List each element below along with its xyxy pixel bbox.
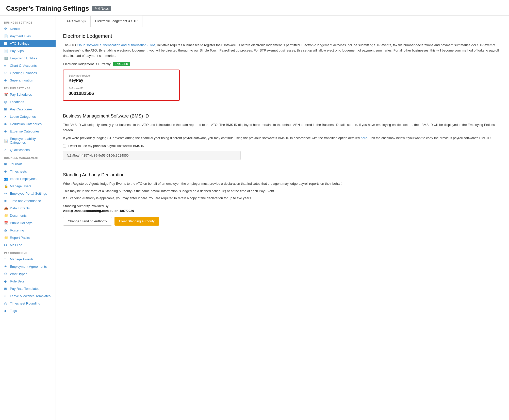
leave-icon: ✕ (4, 294, 8, 298)
journals-icon: ⊞ (4, 162, 8, 166)
sidebar-item-pay-schedules[interactable]: 📅Pay Schedules (0, 91, 56, 98)
sidebar-item-label: Mail Log (10, 243, 22, 247)
change-standing-authority-button[interactable]: Change Standing Authority (63, 217, 112, 226)
time-icon: ⊕ (4, 199, 8, 203)
sidebar-section-business-settings: BUSINESS SETTINGS ⚙Details 📄Payment File… (0, 18, 56, 84)
sidebar-item-mail-log[interactable]: ✉Mail Log (0, 241, 56, 249)
bms-id-display: fa2a5ea4-4157-4c89-9e53-5156c3024850 (63, 151, 241, 160)
list-icon: ≡ (4, 64, 8, 68)
sidebar-item-label: Qualifications (10, 148, 30, 152)
sidebar-item-label: Time and Attendance (10, 199, 41, 203)
sidebar-item-superannuation[interactable]: ⊕Superannuation (0, 77, 56, 84)
sidebar-item-label: Leave Allowance Templates (10, 294, 51, 298)
sidebar-item-manage-users[interactable]: 🔒Manage Users (0, 182, 56, 190)
sidebar-item-public-holidays[interactable]: 📅Public Holidays (0, 219, 56, 227)
clear-standing-authority-button[interactable]: Clear Standing Authority (114, 217, 159, 226)
sidebar-item-label: Details (10, 27, 20, 31)
gear-icon: ⚙ (4, 27, 8, 31)
check-icon: ✓ (4, 148, 8, 152)
sidebar-item-employment-agreements[interactable]: ★Employment Agreements (0, 263, 56, 270)
sidebar-item-chart-of-accounts[interactable]: ≡Chart Of Accounts (0, 62, 56, 69)
here-link[interactable]: here (361, 136, 367, 140)
sidebar-item-rostering[interactable]: ◑Rostering (0, 227, 56, 234)
sidebar-item-leave-categories[interactable]: ✕Leave Categories (0, 113, 56, 120)
sidebar-item-label: Timesheet Rounding (10, 301, 40, 305)
worktypes-icon: ⚙ (4, 272, 8, 276)
sidebar-item-documents[interactable]: 📁Documents (0, 212, 56, 219)
sidebar-item-employer-liability-categories[interactable]: 📊Employer Liability Categories (0, 135, 56, 146)
sidebar-item-label: Employee Portal Settings (10, 192, 47, 195)
sidebar-item-opening-balances[interactable]: ↻Opening Balances (0, 69, 56, 77)
star-icon: ★ (4, 265, 8, 268)
sidebar-item-label: Employment Agreements (10, 265, 47, 268)
caa-link[interactable]: Cloud software authentication and author… (77, 43, 156, 47)
payrate-icon: ⊞ (4, 287, 8, 291)
sidebar-item-ato-settings[interactable]: ☰ATO Settings (0, 40, 56, 47)
tabs-bar: ATO Settings Electronic Lodgement & STP (56, 16, 509, 27)
sidebar-item-tags[interactable]: ◆Tags (0, 307, 56, 314)
separator2 (63, 166, 502, 166)
sa-provided-by-label: Standing Authority Provided By (63, 204, 502, 208)
sidebar-section-business-management: BUSINESS MANAGEMENT ⊞Journals ⊕Timesheet… (0, 154, 56, 249)
sidebar-item-label: Manage Awards (10, 257, 34, 261)
bms-id-title: Business Management Software (BMS) ID (63, 113, 502, 119)
sidebar-item-label: Locations (10, 100, 24, 104)
notes-badge-button[interactable]: ✎ 0 Notes (92, 6, 111, 11)
sa-provided-by-value: Adol@Danasaccounting.com.au on 1/07/2020 (63, 209, 502, 213)
sidebar-item-employee-portal-settings[interactable]: ✏Employee Portal Settings (0, 190, 56, 197)
sidebar-item-data-extracts[interactable]: 📤Data Extracts (0, 205, 56, 212)
edit-icon: ✏ (4, 192, 8, 195)
electronic-lodgement-section: Electronic Lodgement The ATO Cloud softw… (63, 33, 502, 101)
sidebar-item-report-packs[interactable]: 📁Report Packs (0, 234, 56, 241)
sidebar-item-pay-categories[interactable]: ⊞Pay Categories (0, 106, 56, 113)
software-provider-value: KeyPay (69, 78, 174, 83)
sidebar-item-label: Report Packs (10, 236, 30, 240)
tab-electronic-lodgement[interactable]: Electronic Lodgement & STP (90, 16, 142, 27)
location-icon: ◎ (4, 100, 8, 104)
sidebar-item-label: Employing Entities (10, 56, 37, 60)
rulesets-icon: ◆ (4, 279, 8, 283)
sidebar-item-qualifications[interactable]: ✓Qualifications (0, 146, 56, 154)
sidebar-item-pay-slips[interactable]: 📄Pay Slips (0, 47, 56, 55)
status-text: Electronic lodgement is currently (63, 62, 111, 66)
sidebar-item-label: Leave Categories (10, 115, 36, 119)
sidebar-item-details[interactable]: ⚙Details (0, 25, 56, 32)
sa-desc-paragraph1: When Registered Agents lodge Pay Events … (63, 181, 502, 187)
sidebar-item-work-types[interactable]: ⚙Work Types (0, 270, 56, 278)
plus2-icon: ⊕ (4, 129, 8, 133)
sidebar-section-label: BUSINESS SETTINGS (0, 18, 56, 25)
sidebar-item-journals[interactable]: ⊞Journals (0, 160, 56, 168)
sidebar-item-expense-categories[interactable]: ⊕Expense Categories (0, 128, 56, 135)
sidebar-item-rule-sets[interactable]: ◆Rule Sets (0, 278, 56, 285)
sidebar-section-label-bizmanagement: BUSINESS MANAGEMENT (0, 154, 56, 160)
rounding-icon: ◎ (4, 301, 8, 305)
rostering-icon: ◑ (4, 228, 8, 232)
sidebar-item-timesheet-rounding[interactable]: ◎Timesheet Rounding (0, 300, 56, 307)
x-icon: ✕ (4, 115, 8, 119)
sidebar-item-time-and-attendance[interactable]: ⊕Time and Attendance (0, 197, 56, 205)
enabled-badge: ENABLED (113, 62, 130, 66)
sidebar-item-pay-rate-templates[interactable]: ⊞Pay Rate Templates (0, 285, 56, 292)
report-icon: 📁 (4, 236, 8, 240)
standing-authority-section: Standing Authority Declaration When Regi… (63, 172, 502, 226)
sidebar-item-leave-allowance-templates[interactable]: ✕Leave Allowance Templates (0, 292, 56, 300)
tab-ato-settings[interactable]: ATO Settings (62, 16, 90, 27)
sidebar-item-label: Timesheets (10, 170, 27, 173)
sidebar-item-label: Manage Users (10, 184, 31, 188)
page-title: Casper's Training Settings (6, 5, 89, 12)
file-icon: 📄 (4, 34, 8, 38)
timesheets-icon: ⊕ (4, 170, 8, 173)
checkbox-label: I want to use my previous payroll softwa… (68, 144, 144, 148)
sidebar-item-label: Deduction Categories (10, 122, 42, 126)
sidebar-item-locations[interactable]: ◎Locations (0, 98, 56, 106)
checkbox-line: I want to use my previous payroll softwa… (63, 144, 502, 148)
export-icon: 📤 (4, 206, 8, 210)
sidebar-item-label: Data Extracts (10, 206, 30, 210)
sidebar-item-deduction-categories[interactable]: ⊕Deduction Categories (0, 120, 56, 128)
sidebar-item-import-employees[interactable]: 👥Import Employees (0, 175, 56, 182)
sidebar-item-timesheets[interactable]: ⊕Timesheets (0, 168, 56, 175)
sidebar-item-manage-awards[interactable]: ≡Manage Awards (0, 256, 56, 263)
sidebar-item-employing-entities[interactable]: 🏢Employing Entities (0, 55, 56, 62)
sidebar-item-payment-files[interactable]: 📄Payment Files (0, 32, 56, 40)
bms-checkbox[interactable] (63, 144, 66, 147)
